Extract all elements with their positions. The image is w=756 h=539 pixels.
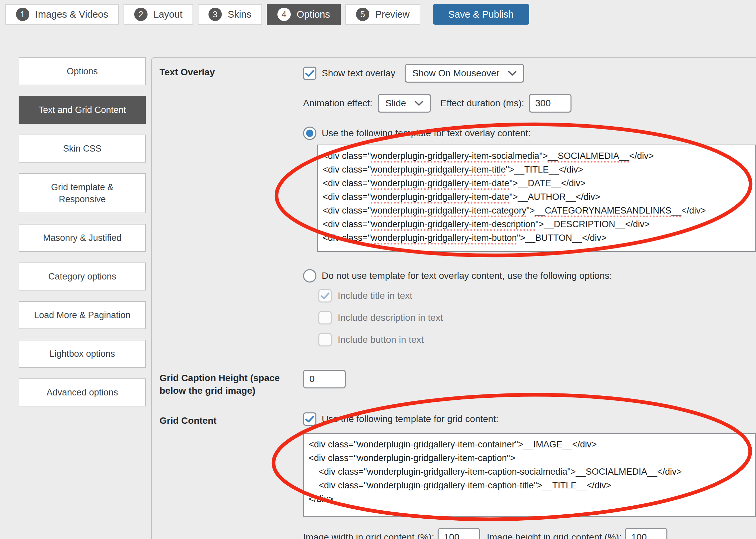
code-line: <div class="wonderplugin-gridgallery-ite… — [323, 177, 750, 190]
code-line: <div class="wonderplugin-gridgallery-ite… — [323, 149, 750, 163]
image-width-label: Image width in grid content (%): — [303, 532, 434, 539]
include-option-row-include-button-in-text: Include button in text — [318, 333, 756, 346]
code-line: <div class="wonderplugin-gridgallery-ite… — [323, 163, 750, 177]
sidebar-item-text-and-grid-content[interactable]: Text and Grid Content — [19, 96, 146, 124]
include-option-row-include-title-in-text: Include title in text — [318, 289, 756, 302]
sidebar-item-grid-template-responsive[interactable]: Grid template & Responsive — [19, 173, 146, 213]
effect-duration-input[interactable] — [529, 94, 571, 113]
animation-effect-label: Animation effect: — [303, 98, 372, 109]
grid-content-template-textarea[interactable]: <div class="wonderplugin-gridgallery-ite… — [303, 433, 756, 517]
grid-content-section: Grid Content Use the following template … — [159, 412, 756, 539]
wizard-step-label: Options — [297, 9, 330, 20]
show-text-overlay-label: Show text overlay — [322, 68, 395, 79]
sidebar-item-load-more-pagination[interactable]: Load More & Pagination — [19, 301, 146, 329]
use-template-row: Use the following template for text over… — [303, 127, 756, 140]
wizard-step-label: Images & Videos — [35, 9, 108, 20]
include-options-group: Include title in text Include descriptio… — [303, 289, 756, 346]
wizard-step-tab-layout[interactable]: 2 Layout — [124, 4, 193, 25]
grid-caption-section: Grid Caption Height (space below the gri… — [159, 370, 756, 397]
code-line: <div class="wonderplugin-gridgallery-ite… — [323, 190, 750, 204]
step-number-badge: 1 — [16, 8, 29, 21]
sidebar-item-advanced-options[interactable]: Advanced options — [19, 378, 146, 406]
radio-dot — [306, 130, 313, 137]
include-option-checkbox — [318, 289, 332, 302]
animation-effect-select[interactable]: Slide — [378, 94, 431, 113]
step-number-badge: 4 — [277, 8, 291, 21]
check-icon — [320, 292, 330, 299]
check-icon — [305, 70, 314, 77]
options-panel: OptionsText and Grid ContentSkin CSSGrid… — [5, 31, 756, 539]
include-option-checkbox — [318, 333, 332, 346]
wizard-bar: 1 Images & Videos 2 Layout 3 Skins 4 Opt… — [5, 4, 529, 25]
grid-caption-height-input[interactable] — [303, 370, 346, 388]
code-line: <div class="wonderplugin-gridgallery-ite… — [309, 451, 750, 465]
sidebar-item-options[interactable]: Options — [19, 57, 146, 85]
sidebar-item-skin-css[interactable]: Skin CSS — [19, 135, 146, 163]
effect-duration-label: Effect duration (ms): — [440, 98, 524, 109]
step-number-badge: 2 — [134, 8, 148, 21]
grid-template-row: Use the following template for grid cont… — [303, 412, 756, 426]
no-template-row: Do not use template for text overlay con… — [303, 269, 756, 282]
animation-effect-value: Slide — [385, 98, 406, 109]
wizard-step-tab-skins[interactable]: 3 Skins — [198, 4, 262, 25]
main-settings-panel: Text Overlay Show text overlay Show On M… — [151, 57, 756, 539]
sidebar-item-category-options[interactable]: Category options — [19, 263, 146, 290]
sidebar-item-masonry-justified[interactable]: Masonry & Justified — [19, 224, 146, 252]
show-text-overlay-row: Show text overlay Show On Mouseover — [303, 64, 756, 83]
step-number-badge: 3 — [208, 8, 222, 21]
include-option-label: Include button in text — [338, 334, 424, 345]
use-template-label: Use the following template for text over… — [322, 128, 531, 139]
grid-image-size-row: Image width in grid content (%): Image h… — [303, 528, 756, 539]
sidebar-item-lightbox-options[interactable]: Lightbox options — [19, 340, 146, 368]
code-line: <div class="wonderplugin-gridgallery-ite… — [309, 479, 750, 492]
code-line: <div class="wonderplugin-gridgallery-ite… — [323, 231, 750, 245]
step-number-badge: 5 — [356, 8, 369, 21]
image-width-input[interactable] — [438, 528, 480, 539]
wizard-step-tab-preview[interactable]: 5 Preview — [345, 4, 420, 25]
include-option-row-include-description-in-text: Include description in text — [318, 311, 756, 324]
save-publish-button[interactable]: Save & Publish — [433, 4, 529, 25]
chevron-down-icon — [415, 101, 423, 106]
wizard-step-tab-images-videos[interactable]: 1 Images & Videos — [5, 4, 119, 25]
text-overlay-section: Text Overlay Show text overlay Show On M… — [159, 64, 756, 355]
wizard-step-label: Skins — [228, 9, 251, 20]
grid-template-checkbox[interactable] — [303, 412, 316, 426]
no-template-radio[interactable] — [303, 269, 316, 282]
show-text-overlay-checkbox[interactable] — [303, 67, 316, 80]
wizard-step-label: Layout — [154, 9, 183, 20]
code-line: <div class="wonderplugin-gridgallery-ite… — [323, 218, 750, 231]
use-template-radio[interactable] — [303, 127, 316, 140]
include-option-label: Include description in text — [338, 312, 443, 323]
chevron-down-icon — [508, 71, 517, 76]
wizard-step-label: Preview — [375, 9, 410, 20]
show-mode-value: Show On Mouseover — [412, 68, 499, 79]
animation-effect-row: Animation effect: Slide Effect duration … — [303, 94, 756, 113]
include-option-checkbox — [318, 311, 332, 324]
image-height-label: Image height in grid content (%): — [487, 532, 622, 539]
show-mode-select[interactable]: Show On Mouseover — [405, 64, 524, 83]
no-template-label: Do not use template for text overlay con… — [322, 270, 612, 281]
check-icon — [305, 415, 314, 423]
code-line: <div class="wonderplugin-gridgallery-ite… — [323, 204, 750, 218]
overlay-template-textarea[interactable]: <div class="wonderplugin-gridgallery-ite… — [317, 145, 756, 252]
grid-content-label: Grid Content — [159, 412, 303, 427]
code-line: </div> — [309, 492, 750, 506]
code-line: <div class="wonderplugin-gridgallery-ite… — [309, 465, 750, 479]
text-overlay-label: Text Overlay — [159, 64, 303, 79]
grid-caption-height-label: Grid Caption Height (space below the gri… — [159, 370, 303, 397]
wizard-step-tab-options[interactable]: 4 Options — [267, 4, 341, 25]
sidebar: OptionsText and Grid ContentSkin CSSGrid… — [19, 57, 146, 417]
grid-template-label: Use the following template for grid cont… — [322, 414, 499, 424]
image-height-input[interactable] — [625, 528, 667, 539]
include-option-label: Include title in text — [338, 290, 412, 301]
wizard-tabs: 1 Images & Videos 2 Layout 3 Skins 4 Opt… — [5, 4, 420, 25]
code-line: <div class="wonderplugin-gridgallery-ite… — [309, 438, 750, 451]
